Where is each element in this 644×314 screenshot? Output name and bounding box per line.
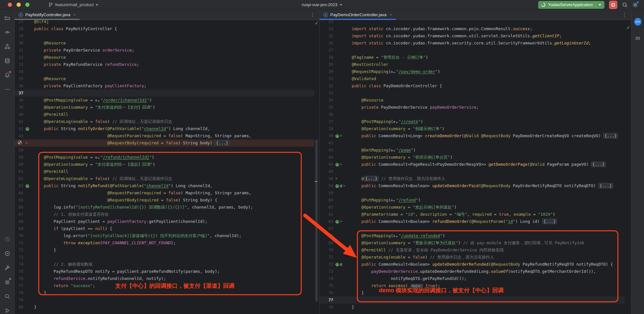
notifications-icon[interactable] [4,71,11,78]
code-line-36[interactable]: 36 private PayClientFactory payClientFac… [15,82,314,90]
code-line-72[interactable]: 72@ public CommonResult<Boolean> updateD… [320,261,625,268]
code-line-62[interactable]: 62 @OperateLog(enable = false) // 回调地址，无… [15,175,314,182]
ai-assistant-icon[interactable]: </> [634,18,641,25]
scrollbar-thumb[interactable] [315,139,318,302]
code-line-37[interactable]: 37 [15,90,314,97]
code-line-60[interactable]: 60 @PutMapping("/refund") [320,197,625,204]
code-line-70[interactable]: 70 log.error("[notifyCallback][渠道编号({}) … [15,232,314,239]
services-icon[interactable] [4,250,11,257]
code-line-65[interactable]: 65 @RequestBody(required = false) String… [15,197,314,204]
code-line-63[interactable]: 63> public CommonResult<Boolean> refundD… [320,218,625,225]
code-line-28[interactable]: 28@Tag(name = "管理后台 - 示例订单") [320,54,625,61]
code-line-31[interactable]: 31 private PayOrderService orderService; [15,47,314,54]
code-line-80[interactable]: 80} [15,304,314,311]
code-line-50[interactable]: 50> @{...} // 禁用操作日志，因为没有操作人 [320,175,625,182]
run-test-gutter-icon[interactable] [335,220,339,223]
code-line-77[interactable]: 77 return "success"; [15,282,314,289]
code-line-38[interactable]: 38 @Operation(summary = "创建示例订单") [320,125,625,132]
code-line-34[interactable]: 34 @Resource [320,97,625,104]
code-line-42[interactable]: 42 [320,139,625,147]
code-line-43[interactable]: 43 @GetMapping("/page") [320,147,625,154]
run-test-gutter-icon[interactable] [335,263,339,266]
tab-pay-demo-order-controller[interactable]: C PayDemoOrderController.java × [320,10,396,20]
code-line-78[interactable]: 78 } [15,289,314,296]
maven-icon[interactable]: m [634,34,641,42]
code-line-24[interactable]: 24import static cn.iocoder.yudao.framewo… [320,25,625,32]
code-line-45[interactable]: 45> public CommonResult<PageResult<PayDe… [320,161,625,168]
code-line-44[interactable]: 44 @Operation(summary = "获得示例订单分页") [320,154,625,161]
inspections-ok-icon[interactable]: ✓ [315,21,318,26]
code-line-59[interactable]: 59 [320,189,625,197]
code-line-33[interactable]: 33 [320,90,625,97]
code-line-30[interactable]: 30 @Resource [15,40,314,47]
code-line-26[interactable]: 26import static cn.iocoder.yudao.framewo… [320,40,625,47]
code-line-71[interactable]: 71 @OperateLog(enable = false) // 禁用操作日志… [320,254,625,261]
code-line-32[interactable]: 32public class PayDemoOrderController { [320,82,625,90]
code-line-33[interactable]: 33 private PayRefundService refundServic… [15,61,314,68]
code-line-37[interactable]: 37 @PostMapping("/create") [320,118,625,125]
fold-arrow-icon[interactable]: > [343,182,346,189]
code-line-76[interactable]: 76 } [320,289,625,296]
structure-icon[interactable] [4,43,11,50]
code-line-64[interactable]: 64 @RequestParam(required = false) Map<S… [15,189,314,197]
code-line-72[interactable]: 72 } [15,247,314,254]
code-line-49[interactable]: 49 [320,168,625,175]
code-line-77[interactable]: 77 [320,296,625,304]
tab-options-button[interactable]: ⋮ [306,10,319,20]
code-line-54[interactable]: 54@> public CommonResult<Boolean> update… [320,182,625,189]
code-line-42[interactable]: 42 public String notifyOrder(@PathVariab… [15,125,314,132]
code-line-78[interactable]: 78} [320,304,625,311]
history-icon[interactable] [4,235,11,243]
fold-arrow-icon[interactable]: > [340,218,342,225]
database-icon[interactable] [4,57,11,64]
more-icon[interactable] [4,86,11,93]
stop-button[interactable] [609,1,617,9]
code-line-73[interactable]: 73 [15,254,314,261]
folder-icon[interactable] [4,14,11,21]
code-line-43[interactable]: 43 @RequestParam(required = false) Map<S… [15,132,314,139]
code-line-58[interactable]: 58 [15,147,314,154]
code-line-27[interactable]: 27 [320,47,625,54]
tab-pay-notify-controller[interactable]: C PayNotifyController.java × [15,10,79,20]
code-line-39[interactable]: 39 @Operation(summary = "支付渠道的统一【支付】回调") [15,104,314,111]
settings-button[interactable] [632,2,638,8]
code-line-27[interactable]: 27@Slf4j [15,20,314,25]
run-icon[interactable] [4,307,11,314]
code-line-31[interactable]: 31@Validated [320,75,625,82]
code-line-74[interactable]: 74 // 2. 解析通知数据 [15,261,314,268]
fold-arrow-icon[interactable]: > [26,139,28,147]
code-line-41[interactable]: 41 @OperateLog(enable = false) // 回调地址，无… [15,118,314,125]
code-line-63[interactable]: 63 public String notifyRefund(@PathVaria… [15,182,314,189]
code-line-29[interactable]: 29 [15,32,314,40]
code-line-76[interactable]: 76 refundService.notifyRefund(channelId,… [15,275,314,282]
code-line-75[interactable]: 75 PayRefundRespDTO notify = payClient.p… [15,268,314,275]
code-line-67[interactable]: 67 // 1. 校验支付渠道是否存在 [15,211,314,218]
annotated-gutter-icon[interactable]: @ [340,261,342,268]
code-line-79[interactable]: 79 [15,296,314,304]
code-line-73[interactable]: 73 payDemoOrderService.updateDemoOrderRe… [320,268,625,275]
code-line-60[interactable]: 60 @Operation(summary = "支付渠道的统一【退款】回调") [15,161,314,168]
code-line-66[interactable]: 66 log.info("[notifyRefund][channelId({}… [15,204,314,211]
code-line-61[interactable]: 61 @Operation(summary = "发起示例订单的退款") [320,204,625,211]
code-line-30[interactable]: 30@RequestMapping("/pay/demo-order") [320,68,625,75]
code-line-35[interactable]: 35 private PayDemoOrderService payDemoOr… [320,104,625,111]
code-line-25[interactable]: 25import static cn.iocoder.yudao.framewo… [320,32,625,40]
code-line-36[interactable]: 36 [320,111,625,118]
code-line-38[interactable]: 38 @PostMapping(value = "/order/{channel… [15,97,314,104]
run-test-gutter-icon[interactable] [26,184,29,188]
tab-options-button[interactable]: ⋮ [618,10,631,20]
code-line-68[interactable]: 68 PayClient payClient = payClientFactor… [15,218,314,225]
search-everywhere-button[interactable] [622,2,628,8]
left-code-editor[interactable]: 27@Slf4j28public class PayNotifyControll… [15,20,314,314]
commit-icon[interactable] [4,29,11,36]
code-line-23[interactable]: 23 [320,20,625,25]
code-line[interactable]: > @RequestBody(required = false) String … [15,139,314,147]
code-line-35[interactable]: 35 @Resource [15,75,314,82]
code-line-39[interactable]: 39> public CommonResult<Long> createDemo… [320,132,625,139]
debug-icon[interactable] [4,278,11,285]
code-line-68[interactable]: 68 @PostMapping("/update-refunded") [320,232,625,239]
right-code-editor[interactable]: 2324import static cn.iocoder.yudao.frame… [320,20,625,314]
project-name[interactable]: ruoyi-vue-pro-2023 [302,2,337,7]
code-line-34[interactable]: 34 [15,68,314,75]
code-line-40[interactable]: 40 @PermitAll [15,111,314,118]
